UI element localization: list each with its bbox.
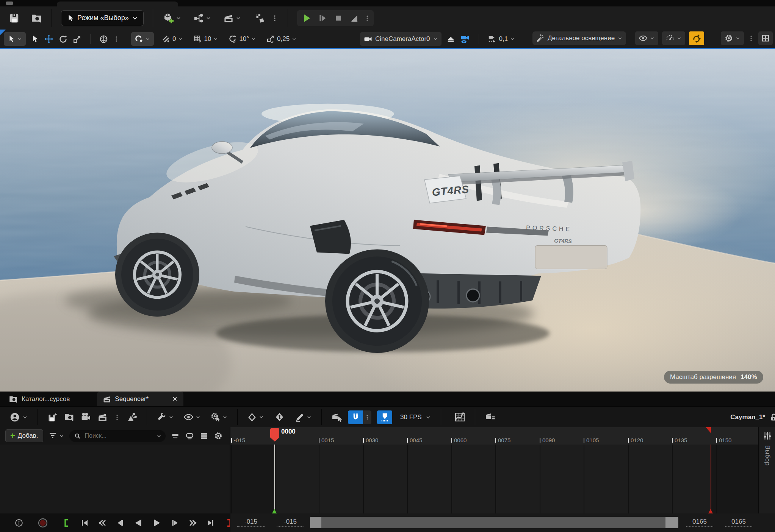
track-options-gear-button[interactable] [214,431,223,440]
editor-mode-dropdown[interactable]: Режим «Выбор» [61,10,144,26]
layer-snap-control[interactable]: 0 [161,34,183,44]
scrollbar-grip-left[interactable] [310,517,321,528]
go-to-front-button[interactable] [80,518,89,527]
row-size-large-button[interactable] [199,431,209,441]
select-edit-button[interactable] [331,412,342,423]
search-options-chevron[interactable] [156,433,162,439]
stop-button[interactable] [330,11,346,25]
timeline-scrollbar[interactable] [310,517,678,528]
timeline-track-area[interactable] [230,445,758,513]
scale-tool[interactable] [72,34,82,44]
world-space-toggle[interactable] [99,34,108,44]
save-button[interactable] [8,12,20,24]
next-key-button[interactable] [188,518,197,527]
range-end-value[interactable]: 0165 [725,518,752,527]
row-size-medium-button[interactable] [185,431,194,441]
record-button[interactable] [38,518,48,528]
performance-dropdown[interactable] [662,31,685,45]
playhead-line [274,445,275,513]
play-forward-button[interactable] [152,518,162,528]
render-options-kebab[interactable] [114,414,121,421]
lock-playhead-toggle[interactable] [377,410,392,424]
step-backward-button[interactable] [116,518,125,527]
sequence-hierarchy-button[interactable] [485,412,496,423]
track-search[interactable] [69,430,166,442]
scrollbar-thumb[interactable] [310,517,678,528]
view-start-value[interactable]: -015 [277,518,304,527]
viewport-kebab[interactable] [748,35,755,42]
auto-key-button[interactable] [274,412,285,422]
level-tab[interactable] [57,2,178,6]
browse-sequence-button[interactable] [64,412,75,423]
sliders-icon [762,431,772,441]
timeline-ruler[interactable]: -015 0015 0030 0045 0060 0075 0090 0105 … [230,427,758,445]
viewport-render[interactable]: GT4RS PORSCHE GT4RS [0,49,775,392]
render-movie-button[interactable] [97,412,108,423]
set-start-button[interactable] [62,518,71,527]
cinematics-button[interactable] [223,12,241,24]
fps-dropdown[interactable]: 30 FPS [400,413,431,421]
scale-snap-control[interactable]: 0,25 [266,34,297,44]
eject-pilot-button[interactable] [446,34,456,44]
step-forward-button[interactable] [171,518,180,527]
viewport-options-dropdown[interactable] [4,32,26,46]
play-options-kebab[interactable] [362,11,372,25]
rotate-tool[interactable] [58,34,68,44]
sequencer-settings-dropdown[interactable] [157,412,174,422]
snap-options-kebab[interactable] [363,410,371,424]
row-size-compact-button[interactable] [171,431,180,441]
lock-sequence-button[interactable] [769,413,775,422]
move-tool[interactable] [44,34,54,44]
select-tool[interactable] [30,34,39,44]
playback-end-flag[interactable] [706,427,711,433]
tab-content-browser[interactable]: Каталог...сурсов [3,392,75,406]
keyframe-options-dropdown[interactable] [247,412,264,422]
add-actor-button[interactable] [162,12,182,24]
camera-selector-dropdown[interactable]: CineCameraActor0 [360,32,442,46]
viewport-settings-dropdown[interactable] [721,31,744,45]
content-browser-button[interactable] [30,12,42,24]
scrollbar-grip-right[interactable] [665,517,678,528]
show-flags-dropdown[interactable] [635,31,658,45]
add-track-button[interactable]: + Добав. [5,429,43,442]
curve-editor-button[interactable] [454,412,465,423]
cinematic-preview-toggle[interactable] [689,31,704,45]
sequencer-track-list[interactable] [0,445,230,513]
create-camera-button[interactable] [80,412,91,423]
tab-close-button[interactable] [172,396,178,402]
frame-skip-button[interactable] [315,11,330,25]
save-sequence-button[interactable] [47,412,58,423]
grid-snap-control[interactable]: 10 [193,34,218,44]
track-search-input[interactable] [84,432,153,440]
snap-toggle[interactable] [348,410,363,424]
platforms-options-kebab[interactable] [271,14,279,22]
transform-options-kebab[interactable] [113,36,120,42]
playhead[interactable] [270,428,279,442]
bindings-button[interactable] [126,412,137,423]
edit-mode-dropdown[interactable] [295,412,312,422]
quad-view-button[interactable] [758,31,773,45]
tab-sequencer[interactable]: Sequencer* [97,392,183,406]
previous-key-button[interactable] [98,518,107,527]
playback-options-dropdown[interactable] [210,412,228,422]
rotation-snap-control[interactable]: 10° [228,34,256,44]
launch-button[interactable] [346,11,362,25]
panel-divider[interactable] [230,427,230,532]
blueprints-button[interactable] [193,12,211,24]
view-end-value[interactable]: 0165 [686,518,713,527]
go-to-end-button[interactable] [206,518,215,527]
sequencer-view-dropdown[interactable] [183,412,201,422]
filter-dropdown[interactable] [48,431,64,440]
sequencer-world-dropdown[interactable] [9,412,28,423]
playback-info-button[interactable] [14,518,23,527]
camera-speed-control[interactable]: 0,1 [487,34,515,44]
view-mode-dropdown[interactable]: Детальное освещение [532,31,626,45]
scale-snap-value: 0,25 [277,35,290,43]
platforms-button[interactable] [255,13,266,23]
play-button[interactable] [299,11,315,25]
selection-side-tab[interactable]: Выбор [758,427,775,517]
range-start-value[interactable]: -015 [237,518,265,527]
play-reverse-button[interactable] [133,518,143,528]
surface-snapping-button[interactable] [131,32,154,46]
pilot-camera-button[interactable] [460,34,470,44]
